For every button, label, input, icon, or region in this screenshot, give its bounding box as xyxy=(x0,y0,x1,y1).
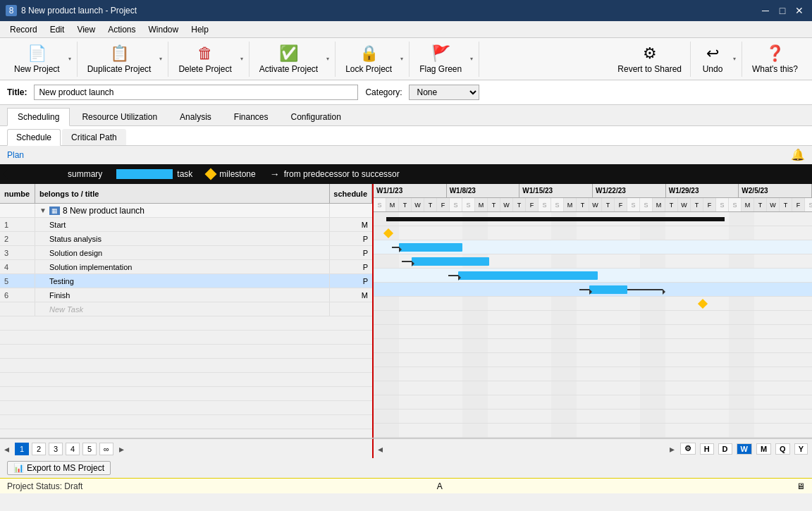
menu-window[interactable]: Window xyxy=(143,23,185,36)
tab-critical-path[interactable]: Critical Path xyxy=(62,129,126,145)
tab-finances[interactable]: Finances xyxy=(223,108,279,125)
gantt-row-6 xyxy=(374,297,812,311)
delete-project-button[interactable]: 🗑 Delete Project xyxy=(173,42,237,76)
menu-actions[interactable]: Actions xyxy=(102,23,141,36)
gantt-day-33: F xyxy=(792,198,805,212)
page-btn-4[interactable]: 4 xyxy=(66,443,80,455)
tab-analysis[interactable]: Analysis xyxy=(169,108,222,125)
page-btn-inf[interactable]: ∞ xyxy=(99,443,113,455)
status-text: Project Status: Draft xyxy=(7,481,82,491)
gantt-row-e3 xyxy=(374,353,812,367)
flag-green-button[interactable]: 🚩 Flag Green xyxy=(414,42,467,76)
new-project-dropdown[interactable]: ▾ xyxy=(66,42,74,76)
task-row-5[interactable]: 5 Testing P xyxy=(0,274,372,288)
legend-milestone-diamond xyxy=(205,168,217,180)
task-rows: ▼ ▦ 8 New product launch 1 Start M 2 Sta… xyxy=(0,204,372,438)
page-btn-5[interactable]: 5 xyxy=(82,443,97,455)
whats-this-button[interactable]: ❓ What's this? xyxy=(746,42,804,76)
arrow-4 xyxy=(589,289,592,295)
new-project-button[interactable]: 📄 New Project xyxy=(8,42,66,76)
gantt-row-1 xyxy=(374,226,812,240)
task-row-6[interactable]: 6 Finish M xyxy=(0,288,372,302)
gantt-row-e2 xyxy=(374,339,812,353)
view-btn-w[interactable]: W xyxy=(737,443,752,455)
view-btn-m[interactable]: M xyxy=(756,443,771,455)
gantt-nav-left[interactable]: ◂ xyxy=(378,443,383,455)
page-btn-1[interactable]: 1 xyxy=(15,443,29,455)
title-input[interactable] xyxy=(34,85,358,100)
task-row-3[interactable]: 3 Solution design P xyxy=(0,246,372,260)
task-bar-4 xyxy=(458,271,598,280)
export-ms-project-button[interactable]: 📊 Export to MS Project xyxy=(7,461,111,475)
duplicate-project-button[interactable]: 📋 Duplicate Project xyxy=(82,42,157,76)
undo-button[interactable]: ↩ Undo xyxy=(695,42,730,76)
tab-schedule[interactable]: Schedule xyxy=(7,129,61,146)
view-btn-gear[interactable]: ⚙ xyxy=(680,443,696,455)
toolbar-group-delete: 🗑 Delete Project ▾ xyxy=(170,42,249,77)
status-bar: Project Status: Draft A 🖥 xyxy=(0,478,812,493)
title-bar-controls: ─ □ ✕ xyxy=(758,4,806,18)
task-row-new[interactable]: New Task xyxy=(0,302,372,316)
task-row-parent[interactable]: ▼ ▦ 8 New product launch xyxy=(0,204,372,218)
row-belongs-5: Testing xyxy=(35,274,330,288)
row-num-new xyxy=(0,302,35,316)
page-btn-3[interactable]: 3 xyxy=(49,443,63,455)
category-select[interactable]: None xyxy=(409,85,479,100)
nav-right-arrow[interactable]: ▸ xyxy=(119,443,124,455)
view-btn-h[interactable]: H xyxy=(700,443,714,455)
task-row-2[interactable]: 2 Status analysis P xyxy=(0,232,372,246)
activate-dropdown[interactable]: ▾ xyxy=(324,42,332,76)
plan-link[interactable]: Plan xyxy=(7,150,24,160)
close-button[interactable]: ✕ xyxy=(792,4,806,18)
title-bar-left: 8 8 New product launch - Project xyxy=(6,5,137,16)
legend-task-bar xyxy=(116,169,173,179)
gantt-day-12: F xyxy=(526,198,539,212)
status-monitor-icon: 🖥 xyxy=(796,481,805,491)
task-row-empty-4 xyxy=(0,359,372,373)
menu-edit[interactable]: Edit xyxy=(44,23,70,36)
undo-dropdown[interactable]: ▾ xyxy=(730,42,739,76)
gantt-body[interactable] xyxy=(374,212,812,438)
title-bar: 8 8 New product launch - Project ─ □ ✕ xyxy=(0,0,812,21)
milestone-finish xyxy=(698,299,708,309)
delete-dropdown[interactable]: ▾ xyxy=(238,42,246,76)
expand-icon[interactable]: ▼ xyxy=(39,207,47,214)
minimize-button[interactable]: ─ xyxy=(758,4,773,18)
row-schedule-1: M xyxy=(330,218,372,231)
lock-dropdown[interactable]: ▾ xyxy=(398,42,406,76)
menu-help[interactable]: Help xyxy=(185,23,214,36)
tab-scheduling[interactable]: Scheduling xyxy=(7,108,70,126)
view-btn-y[interactable]: Y xyxy=(794,443,808,455)
gantt-day-22: M xyxy=(653,198,665,212)
maximize-button[interactable]: □ xyxy=(775,4,789,18)
page-btn-2[interactable]: 2 xyxy=(32,443,46,455)
lock-project-button[interactable]: 🔒 Lock Project xyxy=(340,42,398,76)
gantt-day-0: S xyxy=(374,198,386,212)
arrow-1 xyxy=(399,247,402,252)
legend-summary-label: summary xyxy=(68,169,102,179)
row-num-5: 5 xyxy=(0,274,35,288)
gantt-day-4: T xyxy=(424,198,437,212)
legend-bar: summary task milestone → from predecesso… xyxy=(0,164,812,184)
revert-button[interactable]: ⚙ Revert to Shared xyxy=(612,42,687,76)
view-btn-d[interactable]: D xyxy=(718,443,732,455)
connector-1 xyxy=(392,247,399,248)
nav-left-arrow[interactable]: ◂ xyxy=(4,443,9,455)
row-schedule-5: P xyxy=(330,274,372,288)
gantt-nav-right[interactable]: ▸ xyxy=(670,443,675,455)
task-row-4[interactable]: 4 Solution implementation P xyxy=(0,260,372,274)
flag-dropdown[interactable]: ▾ xyxy=(467,42,476,76)
row-belongs-4: Solution implementation xyxy=(35,260,330,273)
task-row-1[interactable]: 1 Start M xyxy=(0,218,372,232)
gantt-week-6: W2/5/23 xyxy=(739,184,812,197)
menu-record[interactable]: Record xyxy=(4,23,43,36)
col-header-belongs: belongs to / title xyxy=(35,184,330,203)
activate-project-button[interactable]: ✅ Activate Project xyxy=(254,42,324,76)
view-btn-q[interactable]: Q xyxy=(775,443,790,455)
duplicate-dropdown[interactable]: ▾ xyxy=(156,42,165,76)
tab-configuration[interactable]: Configuration xyxy=(281,108,352,125)
tab-resource-utilization[interactable]: Resource Utilization xyxy=(71,108,168,125)
gantt-day-13: S xyxy=(539,198,551,212)
toolbar: 📄 New Project ▾ 📋 Duplicate Project ▾ 🗑 … xyxy=(0,38,812,80)
menu-view[interactable]: View xyxy=(71,23,101,36)
